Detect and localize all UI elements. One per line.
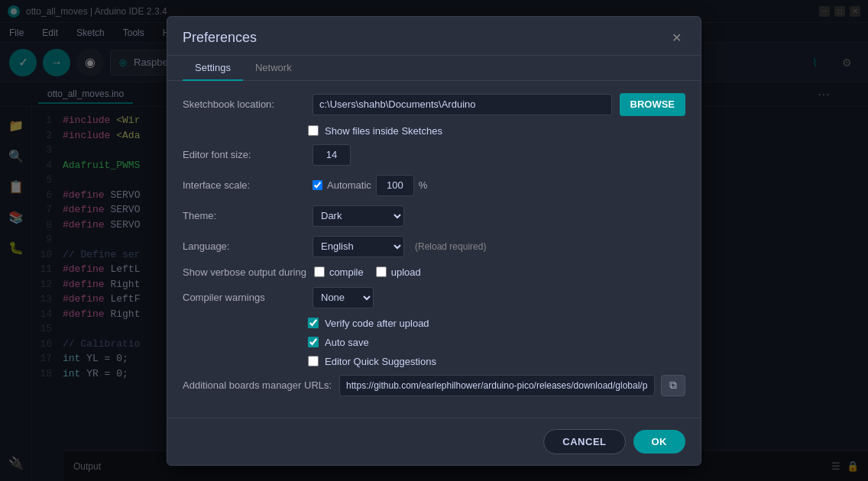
interface-scale-controls: Automatic % <box>313 175 427 196</box>
show-files-checkbox[interactable] <box>308 125 319 136</box>
editor-font-size-label: Editor font size: <box>183 149 305 160</box>
verbose-controls: compile upload <box>314 266 421 278</box>
interface-scale-auto-checkbox[interactable] <box>313 180 322 190</box>
verify-after-upload-row: Verify code after upload <box>308 318 685 329</box>
verbose-compile-group: compile <box>314 266 364 278</box>
editor-font-size-input[interactable] <box>313 144 351 166</box>
editor-quick-suggestions-row: Editor Quick Suggestions <box>308 356 685 367</box>
compiler-warnings-select[interactable]: None Default More All <box>313 287 374 308</box>
theme-select[interactable]: Dark Light System <box>313 205 404 227</box>
additional-boards-row: Additional boards manager URLs: ⧉ <box>183 375 685 396</box>
verbose-compile-checkbox[interactable] <box>314 266 325 277</box>
dialog-footer: CANCEL OK <box>167 418 701 465</box>
verbose-output-label: Show verbose output during <box>183 266 306 278</box>
language-select[interactable]: English Deutsch Español Français <box>313 236 404 257</box>
verify-after-upload-label: Verify code after upload <box>325 318 429 329</box>
verbose-compile-label: compile <box>329 266 364 278</box>
verify-after-upload-checkbox[interactable] <box>308 318 319 328</box>
theme-label: Theme: <box>183 210 305 221</box>
auto-save-label: Auto save <box>325 337 369 348</box>
dialog-overlay: Preferences ✕ Settings Network Sketchboo… <box>0 0 868 481</box>
auto-save-row: Auto save <box>308 337 685 348</box>
editor-quick-suggestions-label: Editor Quick Suggestions <box>325 356 436 367</box>
auto-save-checkbox[interactable] <box>308 337 319 347</box>
url-row: ⧉ <box>339 375 685 396</box>
interface-scale-row: Interface scale: Automatic % <box>183 175 685 196</box>
percent-label: % <box>419 179 428 191</box>
ok-button[interactable]: OK <box>633 430 686 454</box>
theme-row: Theme: Dark Light System <box>183 205 685 227</box>
language-row: Language: English Deutsch Español França… <box>183 236 685 257</box>
browse-button[interactable]: BROWSE <box>620 93 686 116</box>
tab-settings[interactable]: Settings <box>183 56 243 81</box>
interface-scale-auto-label: Automatic <box>327 179 371 191</box>
preferences-dialog: Preferences ✕ Settings Network Sketchboo… <box>167 16 701 466</box>
sketchbook-location-label: Sketchbook location: <box>183 98 305 110</box>
cancel-button[interactable]: CANCEL <box>543 429 625 454</box>
tab-network[interactable]: Network <box>243 56 304 81</box>
editor-quick-suggestions-checkbox[interactable] <box>308 356 319 366</box>
verbose-upload-label: upload <box>391 266 421 278</box>
language-note: (Reload required) <box>415 241 486 252</box>
verbose-upload-checkbox[interactable] <box>376 266 387 277</box>
language-label: Language: <box>183 240 305 252</box>
dialog-title: Preferences <box>183 30 257 46</box>
compiler-warnings-row: Compiler warnings None Default More All <box>183 287 685 308</box>
interface-scale-label: Interface scale: <box>183 179 305 191</box>
interface-scale-input[interactable] <box>376 175 414 196</box>
show-files-row: Show files inside Sketches <box>308 125 685 137</box>
show-files-label: Show files inside Sketches <box>325 125 442 137</box>
sketchbook-location-input[interactable] <box>313 94 612 115</box>
copy-url-button[interactable]: ⧉ <box>661 375 685 396</box>
verbose-output-row: Show verbose output during compile uploa… <box>183 266 685 278</box>
verbose-upload-group: upload <box>376 266 421 278</box>
dialog-header: Preferences ✕ <box>167 17 701 56</box>
additional-boards-url-input[interactable] <box>339 375 655 396</box>
editor-font-size-row: Editor font size: <box>183 144 685 166</box>
sketchbook-location-row: Sketchbook location: BROWSE <box>183 93 685 116</box>
dialog-body: Sketchbook location: BROWSE Show files i… <box>167 81 701 418</box>
dialog-close-button[interactable]: ✕ <box>667 29 685 47</box>
dialog-tabs: Settings Network <box>167 56 701 81</box>
compiler-warnings-label: Compiler warnings <box>183 292 305 303</box>
additional-boards-label: Additional boards manager URLs: <box>183 379 332 391</box>
